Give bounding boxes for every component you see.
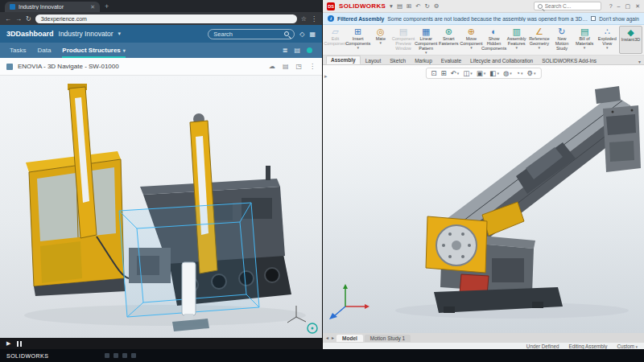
taskbar-app-icon[interactable]	[122, 353, 127, 358]
tab-solidworks-add-ins[interactable]: SOLIDWORKS Add-Ins	[538, 57, 601, 64]
new-tab-button[interactable]: +	[105, 2, 109, 12]
tab-scroll-left-icon[interactable]: ◂	[325, 334, 329, 342]
taskbar-app-icon[interactable]	[105, 353, 109, 358]
zoom-fit-icon: ⊡	[431, 69, 436, 77]
browser-menu-icon[interactable]: ⋮	[311, 15, 317, 23]
ribbon-button-smart-fasteners[interactable]: ⊛Smart Fasteners	[438, 26, 460, 54]
command-search[interactable]	[534, 2, 601, 10]
hud-tool[interactable]: ◫▾	[463, 69, 473, 77]
tab-assembly[interactable]: Assembly	[326, 56, 361, 64]
tag-icon[interactable]: ◇	[299, 31, 304, 38]
undo-icon[interactable]: ↶	[415, 2, 420, 10]
hud-tool[interactable]: ⚙▾	[526, 69, 535, 77]
assembly-features-icon: ▥	[512, 27, 520, 36]
dashboard-name[interactable]: Industry Innovator	[59, 30, 114, 38]
tab-markup[interactable]: Markup	[411, 57, 436, 64]
maximize-icon[interactable]: ▢	[625, 3, 631, 10]
pause-icon[interactable]	[17, 341, 22, 347]
bookmark-star-icon[interactable]: ☆	[301, 15, 307, 23]
back-icon[interactable]: ←	[5, 15, 11, 23]
dont-show-again-label[interactable]: Don't show again	[599, 16, 639, 22]
menu-chevron-icon[interactable]: ▾	[390, 2, 393, 10]
search-icon[interactable]	[284, 31, 289, 36]
ribbon-button-component-preview-window[interactable]: ▤Component Preview Window	[392, 26, 414, 54]
new-document-icon[interactable]: ▤	[397, 2, 402, 10]
status-custom[interactable]: Custom ▾	[617, 343, 638, 349]
rebuild-icon[interactable]: ↻	[425, 2, 430, 10]
ribbon-button-bill-of-materials[interactable]: ▤Bill of Materials▾	[574, 26, 596, 54]
ribbon-button-label: Instant3D	[621, 37, 641, 42]
address-input[interactable]: 3dexperience.com	[35, 14, 297, 23]
nav-item-product-structures[interactable]: Product Structures▾	[62, 43, 125, 58]
enovia-3d-viewport[interactable]	[0, 76, 322, 338]
ribbon-button-label: Linear Component Pattern	[415, 36, 437, 51]
compass-icon[interactable]	[308, 323, 317, 333]
ribbon-button-edit-component[interactable]: ▱Edit Component	[324, 26, 346, 54]
ribbon-button-show-hidden-components[interactable]: ◐Show Hidden Components	[483, 26, 505, 54]
close-icon[interactable]: ✕	[635, 3, 640, 10]
ribbon-button-reference-geometry[interactable]: ∠Reference Geometry▾	[528, 26, 550, 54]
tab-evaluate[interactable]: Evaluate	[437, 57, 465, 64]
tab-title: Industry Innovator	[19, 4, 87, 10]
hud-tool[interactable]: ▣▾	[477, 69, 486, 77]
forward-icon[interactable]: →	[15, 15, 22, 23]
featuremanager-flyout-icon[interactable]: ▸	[324, 73, 328, 80]
hud-tool[interactable]: ◧▾	[489, 69, 499, 77]
hud-tool[interactable]: ⊡	[431, 69, 436, 77]
ribbon-button-instant3d[interactable]: ◆Instant3D	[619, 26, 642, 54]
search-input[interactable]	[213, 31, 281, 38]
taskbar-app-icon[interactable]	[131, 353, 136, 358]
list-icon[interactable]: ≣	[283, 47, 288, 54]
tab-lifecycle-and-collaboration[interactable]: Lifecycle and Collaboration	[466, 57, 537, 64]
doc-tab-model[interactable]: Model	[336, 335, 363, 342]
command-search-input[interactable]	[545, 3, 597, 9]
ribbon-button-new-motion-study[interactable]: ↻New Motion Study	[551, 26, 572, 54]
dont-show-again-checkbox[interactable]	[591, 16, 596, 21]
minimize-icon[interactable]: –	[617, 3, 621, 10]
dropdown-arrow-icon: ▾	[539, 46, 541, 50]
browser-tab[interactable]: Industry Innovator ✕	[5, 2, 100, 12]
dropdown-arrow-icon: ▾	[515, 46, 518, 50]
user-status-icon[interactable]	[307, 47, 312, 53]
heads-up-toolbar: ⊡⊞↶▾◫▾▣▾◧▾◍▾◔▾⚙▾	[425, 68, 541, 79]
play-icon[interactable]: ▶	[6, 340, 10, 347]
options-icon[interactable]: ⚙	[434, 2, 440, 10]
tab-scroll-right-icon[interactable]: ▸	[331, 334, 335, 342]
tab-close-icon[interactable]: ✕	[90, 4, 95, 10]
zoom-area-icon: ⊞	[440, 69, 446, 77]
solidworks-window: DS SOLIDWORKS ▾▤⊞↶↻⚙ ?–▢✕ i Filtered Ass…	[322, 0, 644, 349]
ribbon-button-mate[interactable]: ◎Mate▾	[369, 26, 391, 54]
hud-tool[interactable]: ⊞	[440, 69, 446, 77]
more-icon[interactable]: ⋮	[309, 63, 316, 70]
solidworks-titlebar: DS SOLIDWORKS ▾▤⊞↶↻⚙ ?–▢✕	[323, 0, 644, 13]
doc-tab-motion-study-1[interactable]: Motion Study 1	[365, 335, 411, 342]
reload-icon[interactable]: ↻	[26, 15, 31, 23]
hud-tool[interactable]: ◍▾	[503, 69, 512, 77]
hud-tool[interactable]: ↶▾	[451, 69, 460, 77]
collapse-ribbon-icon[interactable]: ▾	[638, 59, 641, 64]
enovia-header: ENOVIA - 3D Navigate - SW-01000 ☁ ▤ ◳ ⋮	[0, 58, 322, 76]
cloud-icon[interactable]: ☁	[269, 63, 275, 70]
solidworks-graphics-area[interactable]: ▸ ⊡⊞↶▾◫▾▣▾◧▾◍▾◔▾⚙▾	[323, 65, 644, 333]
hud-tool[interactable]: ◔▾	[516, 69, 523, 77]
nav-item-data[interactable]: Data	[37, 43, 51, 58]
chevron-down-icon[interactable]: ▾	[118, 31, 122, 37]
ribbon-button-linear-component-pattern[interactable]: ▦Linear Component Pattern▾	[415, 26, 437, 54]
platform-search[interactable]	[208, 29, 295, 39]
nav-item-tasks[interactable]: Tasks	[10, 43, 26, 58]
layers-icon[interactable]: ▤	[283, 63, 289, 70]
tab-layout[interactable]: Layout	[361, 57, 386, 64]
help-icon[interactable]: ?	[609, 3, 613, 10]
tab-sketch[interactable]: Sketch	[386, 57, 410, 64]
ribbon-button-insert-components[interactable]: ⊞Insert Components▾	[347, 26, 369, 54]
ribbon-button-move-component[interactable]: ⊕Move Component▾	[460, 26, 482, 54]
ribbon-button-exploded-view[interactable]: ∴Exploded View▾	[597, 26, 618, 54]
apps-grid-icon[interactable]: ▦	[309, 31, 316, 38]
open-icon[interactable]: ⊞	[407, 2, 411, 10]
3ddashboard-brand[interactable]: 3DDashboard	[6, 30, 54, 38]
status-bar-items: Under DefinedEditing AssemblyCustom ▾	[323, 342, 644, 349]
ribbon-button-assembly-features[interactable]: ▥Assembly Features▾	[506, 26, 527, 54]
taskbar-app-icon[interactable]	[114, 353, 118, 358]
panel-icon[interactable]: ▤	[294, 47, 300, 54]
expand-icon[interactable]: ◳	[295, 63, 302, 70]
